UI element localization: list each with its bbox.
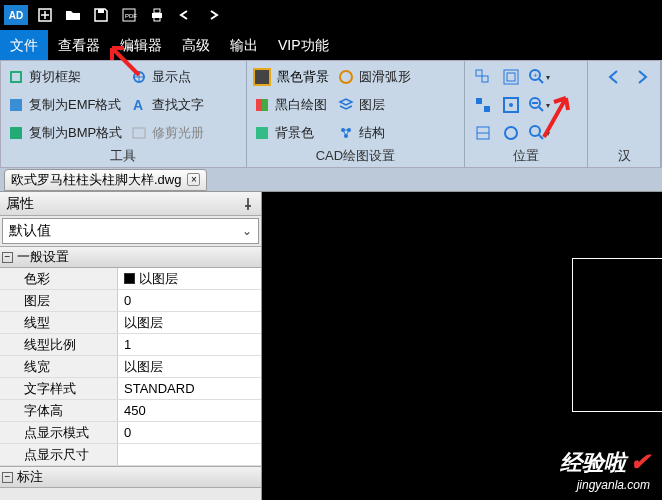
bw-draw-button[interactable]: 黑白绘图 xyxy=(253,93,329,117)
watermark-text: 经验啦 xyxy=(560,450,626,475)
copy-bmp-button[interactable]: 复制为BMP格式 xyxy=(7,121,122,145)
nav-back-button[interactable] xyxy=(602,65,626,89)
svg-rect-32 xyxy=(484,106,490,112)
prop-value[interactable]: 以图层 xyxy=(118,268,261,290)
prop-row[interactable]: 点显示尺寸 xyxy=(0,444,261,466)
svg-rect-10 xyxy=(10,99,22,111)
prop-row[interactable]: 线型以图层 xyxy=(0,312,261,334)
nav-fwd-button[interactable] xyxy=(630,65,654,89)
bwdraw-label: 黑白绘图 xyxy=(275,96,327,114)
color-swatch xyxy=(124,273,135,284)
watermark-url: jingyanla.com xyxy=(560,478,650,492)
section-annotate-label: 标注 xyxy=(17,468,43,486)
fit-button[interactable] xyxy=(499,93,523,117)
zoom-dropdown-3[interactable]: ▾ xyxy=(527,121,551,145)
prop-label: 色彩 xyxy=(0,268,118,290)
redo-button[interactable] xyxy=(202,4,224,26)
prop-value[interactable]: 1 xyxy=(118,334,261,356)
svg-rect-19 xyxy=(256,127,268,139)
pos-btn-2[interactable] xyxy=(499,65,523,89)
pos-btn-1[interactable] xyxy=(471,65,495,89)
find-text-button[interactable]: A查找文字 xyxy=(130,93,204,117)
crop-icon xyxy=(7,68,25,86)
copy-emf-button[interactable]: 复制为EMF格式 xyxy=(7,93,122,117)
find-text-icon: A xyxy=(130,96,148,114)
pin-icon[interactable] xyxy=(241,197,255,211)
svg-text:+: + xyxy=(533,71,538,80)
svg-rect-16 xyxy=(133,128,145,138)
group-position-title: 位置 xyxy=(471,145,581,165)
group-cad-title: CAD绘图设置 xyxy=(253,145,458,165)
default-value-selector[interactable]: 默认值 ⌄ xyxy=(2,218,259,244)
menu-file[interactable]: 文件 xyxy=(0,30,48,60)
close-tab-button[interactable]: × xyxy=(187,173,200,186)
watermark: 经验啦✔ jingyanla.com xyxy=(560,448,650,492)
svg-rect-17 xyxy=(256,99,262,111)
prop-label: 线型比例 xyxy=(0,334,118,356)
save-button[interactable] xyxy=(90,4,112,26)
bgcolor-label: 背景色 xyxy=(275,124,314,142)
prop-row[interactable]: 色彩以图层 xyxy=(0,268,261,290)
export-pdf-button[interactable]: PDF xyxy=(118,4,140,26)
prop-value[interactable]: STANDARD xyxy=(118,378,261,400)
structure-button[interactable]: 结构 xyxy=(337,121,411,145)
prop-row[interactable]: 点显示模式0 xyxy=(0,422,261,444)
emf-icon xyxy=(7,96,25,114)
pos-btn-6[interactable] xyxy=(499,121,523,145)
smooth-arc-button[interactable]: 圆滑弧形 xyxy=(337,65,411,89)
prop-label: 线宽 xyxy=(0,356,118,378)
prop-row[interactable]: 线型比例1 xyxy=(0,334,261,356)
prop-value[interactable]: 以图层 xyxy=(118,312,261,334)
prop-row[interactable]: 图层0 xyxy=(0,290,261,312)
prop-value[interactable]: 以图层 xyxy=(118,356,261,378)
prop-value[interactable]: 0 xyxy=(118,422,261,444)
menu-viewer[interactable]: 查看器 xyxy=(48,30,110,60)
prop-label: 点显示尺寸 xyxy=(0,444,118,466)
struct-label: 结构 xyxy=(359,124,385,142)
prop-label: 点显示模式 xyxy=(0,422,118,444)
print-button[interactable] xyxy=(146,4,168,26)
edit-album-button: 修剪光册 xyxy=(130,121,204,145)
section-general[interactable]: −一般设置 xyxy=(0,246,261,268)
svg-line-29 xyxy=(539,79,543,83)
bw-icon xyxy=(253,96,271,114)
svg-rect-26 xyxy=(504,70,518,84)
open-file-button[interactable] xyxy=(62,4,84,26)
document-tab-label: 欧式罗马柱柱头柱脚大样.dwg xyxy=(11,171,181,189)
zoom-in-dropdown[interactable]: +▾ xyxy=(527,65,551,89)
prop-value[interactable]: 0 xyxy=(118,290,261,312)
crop-frame-button[interactable]: 剪切框架 xyxy=(7,65,122,89)
editalbum-label: 修剪光册 xyxy=(152,124,204,142)
layer-button[interactable]: 图层 xyxy=(337,93,411,117)
svg-rect-24 xyxy=(476,70,482,76)
svg-point-34 xyxy=(509,103,513,107)
struct-icon xyxy=(337,124,355,142)
document-tab[interactable]: 欧式罗马柱柱头柱脚大样.dwg × xyxy=(4,169,207,191)
show-points-button[interactable]: 显示点 xyxy=(130,65,204,89)
menu-vip[interactable]: VIP功能 xyxy=(268,30,339,60)
prop-value[interactable] xyxy=(118,444,261,466)
menu-output[interactable]: 输出 xyxy=(220,30,268,60)
menu-advanced[interactable]: 高级 xyxy=(172,30,220,60)
layer-icon xyxy=(337,96,355,114)
prop-value[interactable]: 450 xyxy=(118,400,261,422)
black-bg-button[interactable]: 黑色背景 xyxy=(253,65,329,89)
smootharc-label: 圆滑弧形 xyxy=(359,68,411,86)
pos-btn-5[interactable] xyxy=(471,121,495,145)
menu-editor[interactable]: 编辑器 xyxy=(110,30,172,60)
bg-color-button[interactable]: 背景色 xyxy=(253,121,329,145)
pos-btn-3[interactable] xyxy=(471,93,495,117)
album-icon xyxy=(130,124,148,142)
arc-icon xyxy=(337,68,355,86)
zoom-out-dropdown[interactable]: ▾ xyxy=(527,93,551,117)
new-file-button[interactable] xyxy=(34,4,56,26)
prop-row[interactable]: 文字样式STANDARD xyxy=(0,378,261,400)
findtext-label: 查找文字 xyxy=(152,96,204,114)
group-tools-title: 工具 xyxy=(7,145,240,165)
bmp-icon xyxy=(7,124,25,142)
section-annotate[interactable]: −标注 xyxy=(0,466,261,488)
prop-row[interactable]: 线宽以图层 xyxy=(0,356,261,378)
watermark-check-icon: ✔ xyxy=(630,448,650,475)
undo-button[interactable] xyxy=(174,4,196,26)
prop-row[interactable]: 字体高450 xyxy=(0,400,261,422)
